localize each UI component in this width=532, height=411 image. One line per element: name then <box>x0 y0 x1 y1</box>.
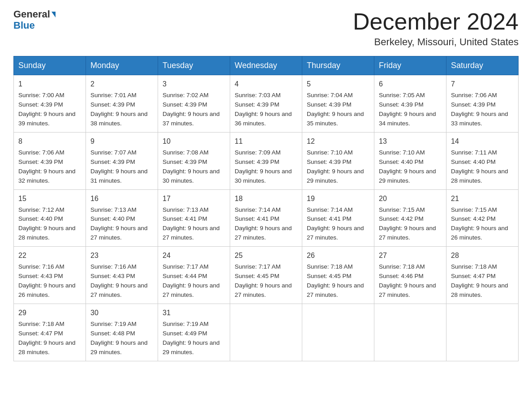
calendar-cell: 1Sunrise: 7:00 AMSunset: 4:39 PMDaylight… <box>14 75 86 133</box>
calendar-cell: 3Sunrise: 7:02 AMSunset: 4:39 PMDaylight… <box>158 75 230 133</box>
calendar-cell: 12Sunrise: 7:10 AMSunset: 4:39 PMDayligh… <box>302 132 374 189</box>
calendar-cell <box>230 304 302 361</box>
calendar-week-row: 29Sunrise: 7:18 AMSunset: 4:47 PMDayligh… <box>14 304 519 361</box>
day-info: Sunrise: 7:01 AMSunset: 4:39 PMDaylight:… <box>90 91 153 128</box>
day-info: Sunrise: 7:10 AMSunset: 4:39 PMDaylight:… <box>307 148 369 186</box>
calendar-cell: 10Sunrise: 7:08 AMSunset: 4:39 PMDayligh… <box>158 132 230 189</box>
calendar-cell: 16Sunrise: 7:13 AMSunset: 4:40 PMDayligh… <box>86 189 158 247</box>
calendar-cell: 21Sunrise: 7:15 AMSunset: 4:42 PMDayligh… <box>446 189 519 247</box>
calendar-cell: 31Sunrise: 7:19 AMSunset: 4:49 PMDayligh… <box>158 304 230 361</box>
day-number: 1 <box>18 79 81 90</box>
calendar-cell: 24Sunrise: 7:17 AMSunset: 4:44 PMDayligh… <box>158 247 230 304</box>
weekday-header-monday: Monday <box>86 56 158 75</box>
day-number: 6 <box>379 79 442 90</box>
weekday-header-tuesday: Tuesday <box>158 56 230 75</box>
day-info: Sunrise: 7:14 AMSunset: 4:41 PMDaylight:… <box>307 206 369 243</box>
calendar-cell: 30Sunrise: 7:19 AMSunset: 4:48 PMDayligh… <box>86 304 158 361</box>
day-info: Sunrise: 7:18 AMSunset: 4:47 PMDaylight:… <box>18 320 81 357</box>
logo-text-line2: Blue <box>13 20 35 31</box>
calendar-cell: 11Sunrise: 7:09 AMSunset: 4:39 PMDayligh… <box>230 132 302 189</box>
day-info: Sunrise: 7:19 AMSunset: 4:49 PMDaylight:… <box>163 320 225 357</box>
calendar-cell: 19Sunrise: 7:14 AMSunset: 4:41 PMDayligh… <box>302 189 374 247</box>
day-info: Sunrise: 7:18 AMSunset: 4:47 PMDaylight:… <box>451 262 514 300</box>
weekday-header-thursday: Thursday <box>302 56 374 75</box>
day-info: Sunrise: 7:10 AMSunset: 4:40 PMDaylight:… <box>379 148 442 186</box>
day-info: Sunrise: 7:15 AMSunset: 4:42 PMDaylight:… <box>451 206 514 243</box>
day-info: Sunrise: 7:17 AMSunset: 4:44 PMDaylight:… <box>163 262 225 300</box>
weekday-header-wednesday: Wednesday <box>230 56 302 75</box>
month-title: December 2024 <box>353 9 519 34</box>
weekday-header-row: SundayMondayTuesdayWednesdayThursdayFrid… <box>14 56 519 75</box>
calendar-cell <box>446 304 519 361</box>
day-info: Sunrise: 7:18 AMSunset: 4:46 PMDaylight:… <box>379 262 442 300</box>
calendar-cell: 26Sunrise: 7:18 AMSunset: 4:45 PMDayligh… <box>302 247 374 304</box>
day-info: Sunrise: 7:08 AMSunset: 4:39 PMDaylight:… <box>163 148 225 186</box>
calendar-cell: 4Sunrise: 7:03 AMSunset: 4:39 PMDaylight… <box>230 75 302 133</box>
day-info: Sunrise: 7:13 AMSunset: 4:40 PMDaylight:… <box>90 206 153 243</box>
calendar-cell: 2Sunrise: 7:01 AMSunset: 4:39 PMDaylight… <box>86 75 158 133</box>
day-number: 12 <box>307 136 369 147</box>
day-number: 19 <box>307 193 369 204</box>
calendar-cell: 5Sunrise: 7:04 AMSunset: 4:39 PMDaylight… <box>302 75 374 133</box>
day-number: 16 <box>90 193 153 204</box>
day-info: Sunrise: 7:12 AMSunset: 4:40 PMDaylight:… <box>18 206 81 243</box>
day-number: 3 <box>163 79 225 90</box>
calendar-cell <box>302 304 374 361</box>
logo-text-line1: General <box>13 9 56 20</box>
day-number: 15 <box>18 193 81 204</box>
calendar-cell: 23Sunrise: 7:16 AMSunset: 4:43 PMDayligh… <box>86 247 158 304</box>
day-number: 31 <box>163 308 225 318</box>
day-number: 28 <box>451 250 514 261</box>
calendar-cell: 7Sunrise: 7:06 AMSunset: 4:39 PMDaylight… <box>446 75 519 133</box>
day-info: Sunrise: 7:06 AMSunset: 4:39 PMDaylight:… <box>451 91 514 128</box>
day-number: 25 <box>235 250 297 261</box>
calendar-cell: 22Sunrise: 7:16 AMSunset: 4:43 PMDayligh… <box>14 247 86 304</box>
day-info: Sunrise: 7:04 AMSunset: 4:39 PMDaylight:… <box>307 91 369 128</box>
day-info: Sunrise: 7:13 AMSunset: 4:41 PMDaylight:… <box>163 206 225 243</box>
day-number: 23 <box>90 250 153 261</box>
day-number: 24 <box>163 250 225 261</box>
day-info: Sunrise: 7:05 AMSunset: 4:39 PMDaylight:… <box>379 91 442 128</box>
calendar-cell: 13Sunrise: 7:10 AMSunset: 4:40 PMDayligh… <box>374 132 446 189</box>
title-area: December 2024 Berkeley, Missouri, United… <box>353 9 519 48</box>
calendar-cell: 27Sunrise: 7:18 AMSunset: 4:46 PMDayligh… <box>374 247 446 304</box>
day-number: 20 <box>379 193 442 204</box>
day-number: 5 <box>307 79 369 90</box>
day-number: 9 <box>90 136 153 147</box>
day-info: Sunrise: 7:16 AMSunset: 4:43 PMDaylight:… <box>18 262 81 300</box>
day-number: 29 <box>18 308 81 318</box>
day-number: 14 <box>451 136 514 147</box>
day-number: 18 <box>235 193 297 204</box>
day-info: Sunrise: 7:09 AMSunset: 4:39 PMDaylight:… <box>235 148 297 186</box>
day-number: 30 <box>90 308 153 318</box>
day-number: 17 <box>163 193 225 204</box>
calendar-table: SundayMondayTuesdayWednesdayThursdayFrid… <box>13 56 519 361</box>
weekday-header-friday: Friday <box>374 56 446 75</box>
day-info: Sunrise: 7:11 AMSunset: 4:40 PMDaylight:… <box>451 148 514 186</box>
weekday-header-saturday: Saturday <box>446 56 519 75</box>
day-number: 8 <box>18 136 81 147</box>
calendar-cell: 15Sunrise: 7:12 AMSunset: 4:40 PMDayligh… <box>14 189 86 247</box>
calendar-cell: 9Sunrise: 7:07 AMSunset: 4:39 PMDaylight… <box>86 132 158 189</box>
calendar-cell: 6Sunrise: 7:05 AMSunset: 4:39 PMDaylight… <box>374 75 446 133</box>
weekday-header-sunday: Sunday <box>14 56 86 75</box>
calendar-cell <box>374 304 446 361</box>
calendar-cell: 14Sunrise: 7:11 AMSunset: 4:40 PMDayligh… <box>446 132 519 189</box>
calendar-cell: 20Sunrise: 7:15 AMSunset: 4:42 PMDayligh… <box>374 189 446 247</box>
logo: General Blue <box>13 9 56 31</box>
day-info: Sunrise: 7:14 AMSunset: 4:41 PMDaylight:… <box>235 206 297 243</box>
day-number: 7 <box>451 79 514 90</box>
calendar-week-row: 1Sunrise: 7:00 AMSunset: 4:39 PMDaylight… <box>14 75 519 133</box>
day-info: Sunrise: 7:00 AMSunset: 4:39 PMDaylight:… <box>18 91 81 128</box>
calendar-week-row: 15Sunrise: 7:12 AMSunset: 4:40 PMDayligh… <box>14 189 519 247</box>
day-number: 2 <box>90 79 153 90</box>
day-number: 10 <box>163 136 225 147</box>
day-info: Sunrise: 7:15 AMSunset: 4:42 PMDaylight:… <box>379 206 442 243</box>
calendar-week-row: 22Sunrise: 7:16 AMSunset: 4:43 PMDayligh… <box>14 247 519 304</box>
calendar-week-row: 8Sunrise: 7:06 AMSunset: 4:39 PMDaylight… <box>14 132 519 189</box>
calendar-cell: 18Sunrise: 7:14 AMSunset: 4:41 PMDayligh… <box>230 189 302 247</box>
calendar-cell: 28Sunrise: 7:18 AMSunset: 4:47 PMDayligh… <box>446 247 519 304</box>
day-number: 4 <box>235 79 297 90</box>
day-info: Sunrise: 7:19 AMSunset: 4:48 PMDaylight:… <box>90 320 153 357</box>
day-info: Sunrise: 7:03 AMSunset: 4:39 PMDaylight:… <box>235 91 297 128</box>
